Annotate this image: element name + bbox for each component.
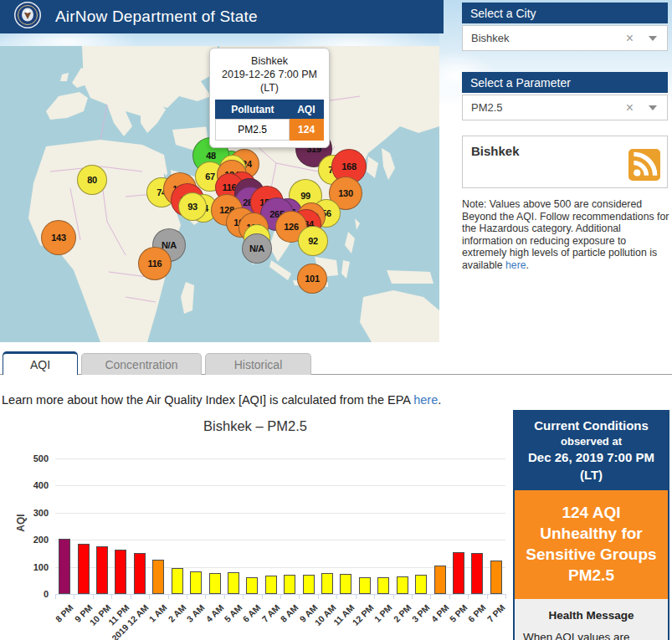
chart-bar[interactable] [471,553,483,594]
observed-datetime: Dec 26, 2019 7:00 PM (LT) [518,448,664,484]
x-tick-label: 1 PM [372,602,394,624]
x-tick-label: 2 PM [391,602,413,624]
chart-bar[interactable] [246,577,258,594]
city-select[interactable]: Bishkek × [462,25,668,51]
chart-bar[interactable] [172,568,183,594]
rss-icon[interactable] [628,149,660,181]
x-tick [205,594,206,599]
chart-bar[interactable] [190,571,202,594]
x-tick [55,594,56,599]
chart-bar[interactable] [377,577,389,594]
x-tick-label: 4 PM [428,602,450,624]
x-tick [336,594,337,599]
aqi-bubble[interactable]: 101 [297,264,327,294]
aqi-pollutant-line: PM2.5 [518,565,664,586]
chart-bar[interactable] [303,575,315,594]
popup-table: Pollutant AQI PM2.5 124 [215,100,324,141]
x-tick [187,594,187,599]
aqi-bubble[interactable]: 80 [77,165,107,195]
observed-at-label: observed at [518,434,664,448]
aqi-bubble[interactable]: 116 [138,247,172,280]
tab-concentration[interactable]: Concentration [81,353,202,375]
clear-city-icon[interactable]: × [626,31,634,46]
x-tick-label: 8 PM [54,602,75,624]
y-tick-label: 500 [10,453,49,463]
tab-historical-label: Historical [234,358,283,371]
chart-bar[interactable] [115,550,126,594]
x-tick [243,594,244,599]
chart-bar[interactable] [265,576,277,594]
learn-more-after: . [438,393,441,407]
chart-bar[interactable] [152,560,164,594]
chart-bar[interactable] [96,546,108,594]
learn-more-before: Learn more about how the Air Quality Ind… [2,393,413,407]
health-message-title: Health Message [523,609,659,622]
chart-bar[interactable] [490,561,502,594]
x-tick [374,594,375,599]
tab-historical[interactable]: Historical [205,353,311,375]
x-tick-label: 5 PM [448,602,469,624]
chevron-down-icon[interactable] [649,105,657,110]
note-here-link[interactable]: here [505,259,526,271]
x-tick-label: 7 PM [485,602,506,624]
chart-bar[interactable] [78,544,90,594]
tab-aqi-label: AQI [30,358,50,371]
map-region[interactable]: 8074814367741351525493N/A116319741689913… [0,46,439,342]
gridline [55,540,505,540]
gridline [55,458,505,459]
chart-title: Bishkek – PM2.5 [0,418,510,434]
parameter-select[interactable]: PM2.5 × [462,95,668,120]
note-text-before: Note: Values above 500 are considered Be… [462,198,669,271]
x-tick [393,594,394,599]
chart-bar[interactable] [359,577,371,594]
chart-bar[interactable] [209,573,221,594]
note-text: Note: Values above 500 are considered Be… [462,198,669,272]
chart-bar[interactable] [59,539,70,594]
current-conditions-panel: Current Conditions observed at Dec 26, 2… [513,410,669,640]
aqi-bubble[interactable]: 93 [178,192,207,221]
x-tick [168,594,169,599]
app-title: AirNow Department of State [55,8,258,26]
parameter-select-value: PM2.5 [471,101,626,114]
x-tick-label: 8 AM [279,602,300,624]
aqi-bar-chart: Bishkek – PM2.5 AQI 01002003004005008 PM… [0,410,510,640]
aqi-bubble[interactable]: 143 [41,220,76,255]
airnow-page: AirNow Department of State [0,0,672,640]
x-tick [111,594,112,599]
x-tick [430,594,431,599]
chart-bar[interactable] [434,566,446,594]
chart-bar[interactable] [340,574,351,594]
aqi-bubble[interactable]: N/A [242,233,272,264]
popup-city: Bishkek [215,54,324,68]
x-tick-label: 5 AM [222,602,244,624]
aqi-category-line1: Unhealthy for [518,523,664,544]
chevron-down-icon[interactable] [649,36,657,41]
x-tick-label: 2 AM [166,602,187,624]
tab-aqi[interactable]: AQI [3,351,78,375]
y-tick-label: 200 [10,535,49,545]
aqi-value-line: 124 AQI [518,502,664,523]
chart-bar[interactable] [134,553,146,594]
select-parameter-header: Select a Parameter [462,72,668,93]
x-tick-label: 6 PM [466,602,488,624]
x-tick-label: 1 AM [147,602,169,624]
map-popup: Bishkek 2019-12-26 7:00 PM (LT) Pollutan… [209,48,330,148]
chart-bar[interactable] [397,576,408,594]
x-tick [468,594,469,599]
chart-bar[interactable] [321,573,333,594]
aqi-bubble[interactable]: 92 [298,226,328,256]
x-tick [299,594,300,599]
aqi-category-line2: Sensitive Groups [518,544,664,565]
popup-datetime: 2019-12-26 7:00 PM (LT) [215,68,324,95]
chart-bar[interactable] [453,552,464,594]
chart-bar[interactable] [228,572,239,594]
chart-bar[interactable] [415,575,427,594]
health-message-text: When AQI values are between 101 and 150,… [523,628,659,640]
x-tick [505,594,506,599]
city-feed-box: Bishkek [462,136,668,188]
chart-bar[interactable] [284,575,295,594]
x-tick-label: 6 AM [241,602,263,624]
clear-parameter-icon[interactable]: × [626,100,634,115]
select-city-header: Select a City [462,3,668,23]
learn-more-here-link[interactable]: here [413,393,438,407]
